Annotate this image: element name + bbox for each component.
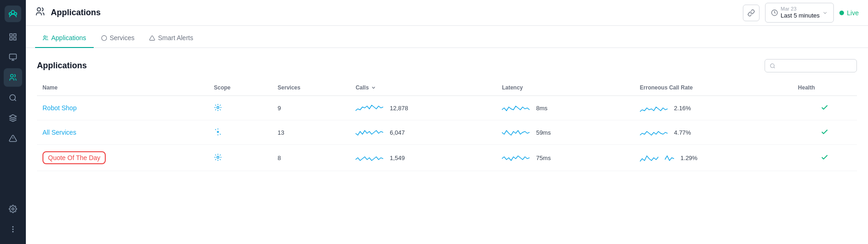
svg-point-8: [11, 74, 13, 77]
cell-calls: 12,878: [350, 96, 496, 120]
erroneous-sparkline: [640, 102, 668, 113]
health-icon-ok: [820, 128, 829, 136]
table-row: Robot Shop 9 12,878: [37, 96, 857, 120]
calls-value: 6,047: [390, 129, 405, 136]
col-scope: Scope: [208, 80, 272, 96]
svg-point-2: [14, 12, 17, 15]
latency-value: 59ms: [536, 129, 551, 136]
table-row: Quote Of The Day 8 1,549: [37, 145, 857, 171]
section-header: Applications: [37, 59, 857, 72]
cell-services: 13: [272, 120, 350, 145]
tab-smart-alerts[interactable]: Smart Alerts: [142, 29, 200, 48]
applications-table: Name Scope Services Calls Latency Errone…: [37, 80, 857, 171]
cell-name: Robot Shop: [37, 96, 208, 120]
svg-point-17: [37, 8, 41, 11]
erroneous-value: 2.16%: [674, 105, 691, 112]
tab-applications-label: Applications: [51, 34, 86, 42]
cell-erroneous: 1.29%: [634, 145, 793, 171]
cell-health: [792, 96, 857, 120]
page-header: Applications Mar 23 Last 5 minutes Live: [26, 0, 868, 26]
cell-scope: [208, 145, 272, 171]
svg-point-20: [102, 36, 107, 41]
sidebar-item-dashboard[interactable]: [4, 28, 22, 46]
svg-rect-5: [10, 38, 12, 40]
col-name: Name: [37, 80, 208, 96]
svg-point-14: [12, 226, 13, 227]
cell-scope: [208, 120, 272, 145]
app-name-quote-of-the-day[interactable]: Quote Of The Day: [48, 154, 100, 161]
search-icon: [770, 63, 776, 69]
col-services: Services: [272, 80, 350, 96]
search-box[interactable]: [765, 59, 857, 72]
latency-sparkline: [502, 127, 530, 138]
cell-services: 9: [272, 96, 350, 120]
svg-point-1: [9, 12, 12, 15]
svg-point-19: [44, 36, 46, 37]
erroneous-sparkline-2: [665, 152, 674, 163]
cell-latency: 75ms: [496, 145, 634, 171]
scope-icon: [214, 153, 222, 161]
time-range-selector[interactable]: Mar 23 Last 5 minutes: [765, 3, 834, 23]
cell-calls: 1,549: [350, 145, 496, 171]
cell-calls: 6,047: [350, 120, 496, 145]
cell-erroneous: 4.77%: [634, 120, 793, 145]
cell-services: 8: [272, 145, 350, 171]
cell-health: [792, 145, 857, 171]
search-input[interactable]: [778, 62, 852, 69]
latency-sparkline: [502, 102, 530, 113]
tab-applications[interactable]: Applications: [35, 29, 94, 48]
svg-rect-7: [10, 54, 17, 59]
erroneous-sparkline: [640, 127, 668, 138]
scope-icon: [214, 103, 222, 112]
live-indicator[interactable]: Live: [839, 9, 859, 17]
sidebar-item-apps[interactable]: [4, 68, 22, 87]
svg-point-9: [10, 95, 15, 100]
tab-bar: Applications Services Smart Alerts: [26, 26, 868, 48]
section-title: Applications: [37, 61, 87, 71]
cell-name: Quote Of The Day: [37, 145, 208, 171]
sidebar-logo[interactable]: [5, 6, 21, 22]
sidebar-item-monitor[interactable]: [4, 48, 22, 66]
svg-rect-3: [10, 34, 12, 36]
tab-services[interactable]: Services: [94, 29, 142, 48]
erroneous-value: 1.29%: [681, 155, 698, 161]
cell-latency: 59ms: [496, 120, 634, 145]
calls-sparkline: [356, 127, 383, 138]
sidebar: [0, 0, 26, 244]
svg-marker-10: [10, 115, 17, 119]
col-latency: Latency: [496, 80, 634, 96]
page-title: Applications: [51, 8, 737, 18]
table-row: All Services 13 6,047: [37, 120, 857, 145]
calls-value: 1,549: [390, 155, 405, 161]
table-header-row: Name Scope Services Calls Latency Errone…: [37, 80, 857, 96]
latency-value: 75ms: [536, 155, 551, 161]
scope-icon: [214, 128, 222, 136]
svg-rect-6: [14, 38, 16, 40]
col-calls[interactable]: Calls: [350, 80, 496, 96]
svg-point-22: [217, 106, 219, 108]
sidebar-item-more[interactable]: [4, 220, 22, 238]
sidebar-item-alerts[interactable]: [4, 129, 22, 148]
live-dot: [839, 11, 844, 15]
content-area: Applications Name Scope Services Calls: [26, 48, 868, 244]
copy-link-button[interactable]: [743, 5, 760, 21]
app-name-all-services[interactable]: All Services: [42, 129, 76, 136]
svg-rect-4: [14, 34, 16, 36]
sidebar-item-search[interactable]: [4, 89, 22, 107]
svg-point-13: [12, 208, 14, 210]
sidebar-item-settings[interactable]: [4, 200, 22, 218]
tab-services-label: Services: [110, 34, 135, 42]
erroneous-sparkline: [640, 152, 658, 163]
time-range: Last 5 minutes: [781, 12, 820, 19]
header-icon: [35, 6, 45, 19]
sidebar-item-layers[interactable]: [4, 109, 22, 127]
sort-icon: [371, 85, 376, 90]
calls-sparkline: [356, 152, 383, 163]
col-health: Health: [792, 80, 857, 96]
cell-erroneous: 2.16%: [634, 96, 793, 120]
latency-value: 8ms: [536, 105, 548, 112]
col-erroneous: Erroneous Call Rate: [634, 80, 793, 96]
time-date: Mar 23: [781, 6, 820, 12]
svg-point-24: [217, 156, 219, 158]
app-name-robot-shop[interactable]: Robot Shop: [42, 104, 77, 112]
